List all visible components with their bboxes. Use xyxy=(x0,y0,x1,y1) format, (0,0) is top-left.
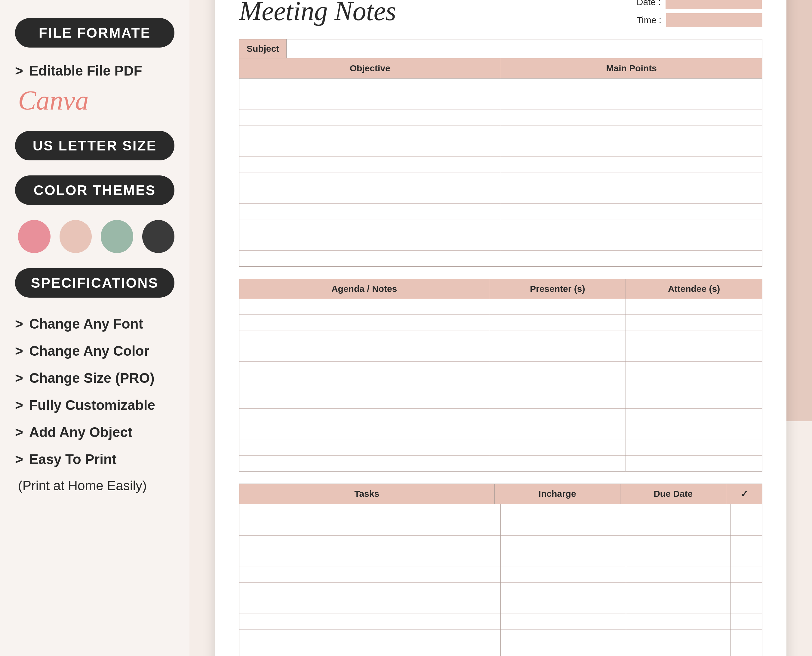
agenda-row-5[interactable] xyxy=(239,362,489,378)
mp-row-2[interactable] xyxy=(501,94,763,110)
obj-row-6[interactable] xyxy=(239,157,501,172)
right-panel: Meeting Notes Date : Time : Subject Obje… xyxy=(190,0,812,656)
canva-brand: Canva xyxy=(15,85,174,116)
subject-value[interactable] xyxy=(287,39,762,58)
obj-row-2[interactable] xyxy=(239,94,501,110)
agenda-row-7[interactable] xyxy=(239,393,489,408)
file-formate-badge: FILE FORMATE xyxy=(15,18,174,48)
obj-row-11[interactable] xyxy=(239,235,501,251)
color-swatch-dark[interactable] xyxy=(142,220,175,253)
presenter-row-8[interactable] xyxy=(489,408,625,424)
presenter-row-2[interactable] xyxy=(489,315,625,330)
attendee-row-7[interactable] xyxy=(626,393,762,408)
agenda-row-10[interactable] xyxy=(239,440,489,456)
date-time-section: Date : Time : xyxy=(637,0,763,27)
spec-list: > Change Any Font > Change Any Color > C… xyxy=(15,316,174,493)
tasks-data-row-6 xyxy=(239,598,762,614)
spec-item-size: > Change Size (PRO) xyxy=(15,370,174,386)
attendee-header: Attendee (s) xyxy=(626,279,762,299)
presenter-row-10[interactable] xyxy=(489,440,625,456)
date-row: Date : xyxy=(637,0,763,9)
attendee-column: Attendee (s) xyxy=(626,279,762,471)
attendee-row-9[interactable] xyxy=(626,424,762,440)
agenda-row-2[interactable] xyxy=(239,315,489,330)
color-swatch-sage[interactable] xyxy=(101,220,133,253)
attendee-row-2[interactable] xyxy=(626,315,762,330)
main-points-rows xyxy=(501,79,763,266)
presenter-row-11[interactable] xyxy=(489,456,625,471)
objective-mainpoints-section: Objective Main Points xyxy=(239,58,763,267)
agenda-row-3[interactable] xyxy=(239,330,489,346)
mp-row-5[interactable] xyxy=(501,141,763,157)
presenter-row-1[interactable] xyxy=(489,299,625,315)
mp-row-11[interactable] xyxy=(501,235,763,251)
mp-row-1[interactable] xyxy=(501,79,763,94)
presenter-column: Presenter (s) xyxy=(489,279,626,471)
mp-row-3[interactable] xyxy=(501,110,763,125)
mp-row-12[interactable] xyxy=(501,251,763,266)
objective-column: Objective xyxy=(239,58,501,266)
spec-item-add-object: > Add Any Object xyxy=(15,424,174,440)
presenter-row-5[interactable] xyxy=(489,362,625,378)
presenter-row-4[interactable] xyxy=(489,346,625,362)
attendee-row-1[interactable] xyxy=(626,299,762,315)
time-row: Time : xyxy=(637,13,763,27)
attendee-rows xyxy=(626,299,762,471)
presenter-row-3[interactable] xyxy=(489,330,625,346)
tasks-section: Tasks Incharge Due Date ✓ xyxy=(239,484,763,656)
presenter-row-9[interactable] xyxy=(489,424,625,440)
subject-row: Subject xyxy=(239,39,763,58)
agenda-row-6[interactable] xyxy=(239,378,489,393)
time-input-box[interactable] xyxy=(666,13,763,27)
doc-header: Meeting Notes Date : Time : xyxy=(239,0,763,27)
mp-row-7[interactable] xyxy=(501,172,763,188)
tasks-header-tasks: Tasks xyxy=(239,484,495,504)
presenter-row-6[interactable] xyxy=(489,378,625,393)
agenda-row-11[interactable] xyxy=(239,456,489,471)
spec-item-print: > Easy To Print xyxy=(15,451,174,467)
color-swatch-blush[interactable] xyxy=(60,220,92,253)
mp-row-4[interactable] xyxy=(501,125,763,141)
spec-item-customizable: > Fully Customizable xyxy=(15,397,174,413)
obj-row-3[interactable] xyxy=(239,110,501,125)
spec-item-color: > Change Any Color xyxy=(15,343,174,359)
tasks-data-row-9 xyxy=(239,645,762,656)
obj-row-4[interactable] xyxy=(239,125,501,141)
tasks-header-duedate: Due Date xyxy=(621,484,726,504)
agenda-row-1[interactable] xyxy=(239,299,489,315)
tasks-header-check: ✓ xyxy=(726,484,762,504)
mp-row-10[interactable] xyxy=(501,220,763,235)
main-points-header: Main Points xyxy=(501,58,763,79)
obj-row-7[interactable] xyxy=(239,172,501,188)
attendee-row-6[interactable] xyxy=(626,378,762,393)
attendee-row-8[interactable] xyxy=(626,408,762,424)
agenda-row-4[interactable] xyxy=(239,346,489,362)
mp-row-9[interactable] xyxy=(501,204,763,220)
meeting-notes-title: Meeting Notes xyxy=(239,0,396,26)
attendee-row-10[interactable] xyxy=(626,440,762,456)
presenter-row-7[interactable] xyxy=(489,393,625,408)
color-swatch-pink[interactable] xyxy=(18,220,51,253)
attendee-row-11[interactable] xyxy=(626,456,762,471)
obj-row-10[interactable] xyxy=(239,220,501,235)
obj-row-1[interactable] xyxy=(239,79,501,94)
agenda-row-8[interactable] xyxy=(239,408,489,424)
agenda-column: Agenda / Notes xyxy=(239,279,489,471)
tasks-data-row-5 xyxy=(239,567,762,583)
agenda-row-9[interactable] xyxy=(239,424,489,440)
mp-row-8[interactable] xyxy=(501,188,763,204)
obj-row-5[interactable] xyxy=(239,141,501,157)
obj-row-9[interactable] xyxy=(239,204,501,220)
attendee-row-5[interactable] xyxy=(626,362,762,378)
attendee-row-3[interactable] xyxy=(626,330,762,346)
mp-row-6[interactable] xyxy=(501,157,763,172)
color-themes-badge: COLOR THEMES xyxy=(15,175,174,205)
date-input-box[interactable] xyxy=(665,0,762,9)
obj-row-8[interactable] xyxy=(239,188,501,204)
print-note: (Print at Home Easily) xyxy=(15,478,174,493)
tasks-data-row-3 xyxy=(239,535,762,551)
obj-row-12[interactable] xyxy=(239,251,501,266)
attendee-row-4[interactable] xyxy=(626,346,762,362)
tasks-header-incharge: Incharge xyxy=(495,484,621,504)
bullet-arrow: > xyxy=(15,63,23,79)
